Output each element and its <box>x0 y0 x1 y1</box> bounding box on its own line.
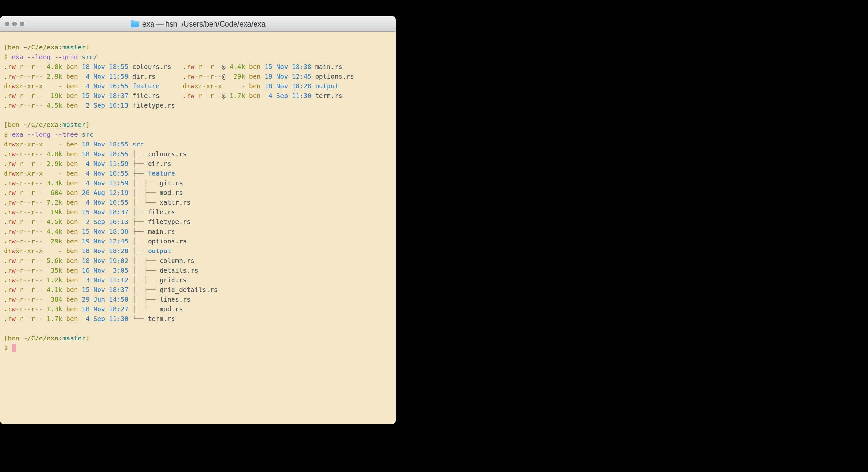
terminal-line: .rw-r--r-- 7.2k ben 4 Nov 16:55 │ └── xa… <box>4 199 393 208</box>
terminal-output[interactable]: [ben ~/C/e/exa:master]$ exa --long --gri… <box>0 32 396 354</box>
terminal-line: .rw-r--r-- 4.8k ben 18 Nov 18:55 ├── col… <box>4 150 393 160</box>
terminal-line: .rw-r--r-- 4.5k ben 2 Sep 16:13 ├── file… <box>4 218 393 228</box>
terminal-line: $ exa --long --grid src/ <box>4 53 393 63</box>
terminal-line: .rw-r--r-- 4.5k ben 2 Sep 16:13 filetype… <box>4 101 393 111</box>
zoom-button[interactable] <box>20 22 24 26</box>
terminal-line: .rw-r--r-- 4.8k ben 18 Nov 18:55 colours… <box>4 63 393 72</box>
terminal-line: .rw-r--r-- 604 ben 26 Aug 12:19 │ ├── mo… <box>4 189 393 199</box>
terminal-line: drwxr-xr-x - ben 4 Nov 16:55 ├── feature <box>4 169 393 179</box>
terminal-line: drwxr-xr-x - ben 4 Nov 16:55 feature drw… <box>4 82 393 92</box>
window-titlebar[interactable]: exa — fish /Users/ben/Code/exa/exa <box>0 17 396 32</box>
window-title-text: exa — fish /Users/ben/Code/exa/exa <box>143 20 266 28</box>
terminal-line: .rw-r--r-- 5.6k ben 18 Nov 19:02 │ ├── c… <box>4 257 393 266</box>
terminal-line: $ exa --long --tree src <box>4 130 393 140</box>
terminal-line: drwxr-xr-x - ben 18 Nov 18:55 src <box>4 140 393 150</box>
terminal-line: .rw-r--r-- 35k ben 16 Nov 3:05 │ ├── det… <box>4 266 393 276</box>
terminal-line: .rw-r--r-- 1.7k ben 4 Sep 11:30 └── term… <box>4 315 393 325</box>
terminal-line <box>4 111 393 121</box>
terminal-line: .rw-r--r-- 2.9k ben 4 Nov 11:59 dir.rs .… <box>4 72 393 82</box>
close-button[interactable] <box>5 22 9 26</box>
terminal-line: [ben ~/C/e/exa:master] <box>4 121 393 130</box>
terminal-line: .rw-r--r-- 3.3k ben 4 Nov 11:59 │ ├── gi… <box>4 179 393 189</box>
terminal-line: .rw-r--r-- 384 ben 29 Jun 14:50 │ ├── li… <box>4 295 393 305</box>
window-controls <box>5 17 24 31</box>
terminal-line: [ben ~/C/e/exa:master] <box>4 334 393 344</box>
terminal-line: .rw-r--r-- 19k ben 15 Nov 18:37 ├── file… <box>4 208 393 218</box>
terminal-line: $ <box>4 344 393 354</box>
terminal-line: .rw-r--r-- 29k ben 19 Nov 12:45 ├── opti… <box>4 237 393 247</box>
terminal-line: .rw-r--r-- 2.9k ben 4 Nov 11:59 ├── dir.… <box>4 160 393 169</box>
terminal-line <box>4 325 393 334</box>
minimize-button[interactable] <box>12 22 17 26</box>
terminal-line: .rw-r--r-- 1.3k ben 18 Nov 18:27 │ └── m… <box>4 305 393 315</box>
terminal-cursor <box>12 344 16 352</box>
folder-icon <box>130 21 139 28</box>
terminal-line: .rw-r--r-- 4.4k ben 15 Nov 18:38 ├── mai… <box>4 228 393 237</box>
window-title: exa — fish /Users/ben/Code/exa/exa <box>130 20 266 28</box>
terminal-line: .rw-r--r-- 4.1k ben 15 Nov 18:37 │ ├── g… <box>4 286 393 295</box>
terminal-line: drwxr-xr-x - ben 18 Nov 18:28 ├── output <box>4 247 393 257</box>
terminal-window-light: exa — fish /Users/ben/Code/exa/exa [ben … <box>0 17 396 424</box>
terminal-line: .rw-r--r-- 1.2k ben 3 Nov 11:12 │ ├── gr… <box>4 276 393 286</box>
terminal-line: [ben ~/C/e/exa:master] <box>4 43 393 53</box>
terminal-line: .rw-r--r-- 19k ben 15 Nov 18:37 file.rs … <box>4 92 393 101</box>
